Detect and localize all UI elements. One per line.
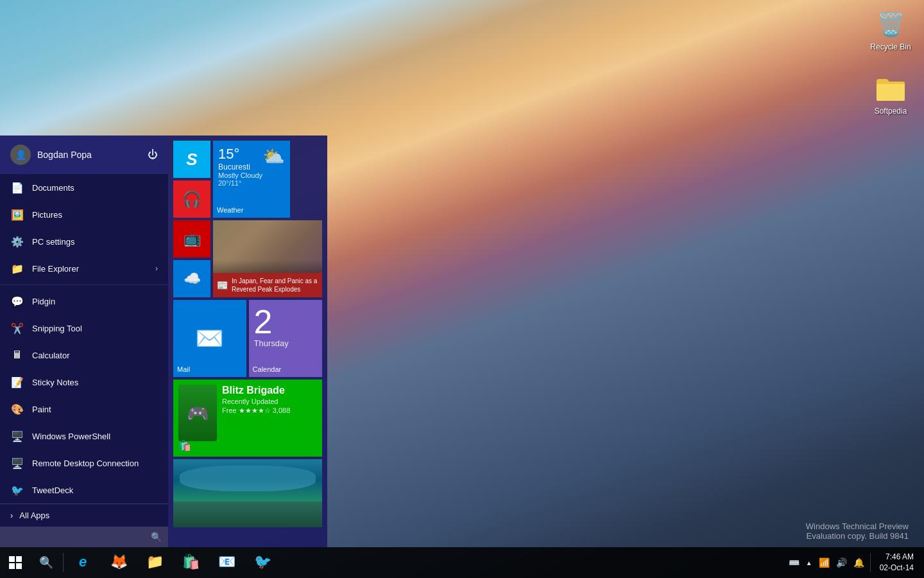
softpedia-icon[interactable]: Softpedia (866, 71, 915, 118)
search-input[interactable] (6, 532, 147, 542)
all-apps-arrow: › (10, 511, 13, 520)
tiles-row-2: 📺 ☁️ 📰 In Japan, Fear and Panic (173, 220, 322, 297)
search-bar[interactable]: 🔍 (0, 527, 168, 547)
menu-separator-1 (0, 285, 168, 285)
tile-skype[interactable]: S (173, 141, 210, 178)
expand-tray-icon[interactable]: ▲ (804, 559, 814, 566)
calculator-icon: 🖩 (10, 348, 24, 362)
menu-item-documents[interactable]: 📄 Documents (0, 174, 168, 201)
taskbar-search-button[interactable]: 🔍 (31, 547, 62, 578)
tile-onedrive[interactable]: ☁️ (173, 260, 210, 297)
powershell-icon: 🖥️ (10, 429, 24, 443)
menu-item-pc-settings[interactable]: ⚙️ PC settings (0, 228, 168, 255)
user-header[interactable]: 👤 Bogdan Popa ⏻ (0, 136, 168, 174)
desktop: 🗑️ Recycle Bin Softpedia Windows Technic… (0, 0, 924, 578)
all-apps-button[interactable]: › All Apps (0, 504, 168, 527)
ie-icon: e (79, 554, 87, 570)
calendar-label: Calendar (253, 365, 282, 373)
weather-temp: 15° (218, 146, 239, 162)
firefox-icon: 🦊 (110, 554, 128, 570)
snipping-tool-icon: ✂️ (10, 321, 24, 335)
file-explorer-label: File Explorer (32, 264, 79, 274)
taskbar-outlook[interactable]: 📧 (209, 547, 244, 578)
menu-item-pictures[interactable]: 🖼️ Pictures (0, 201, 168, 228)
tile-tv[interactable]: 📺 (173, 220, 210, 258)
tile-weather[interactable]: 15° Bucuresti Mostly Cloudy 20°/11° Weat… (213, 141, 290, 218)
store-icon: 🛍️ (178, 439, 191, 451)
menu-item-snipping-tool[interactable]: ✂️ Snipping Tool (0, 315, 168, 342)
taskbar-separator (63, 553, 64, 572)
weather-label: Weather (217, 206, 243, 214)
menu-item-sticky-notes[interactable]: 📝 Sticky Notes (0, 369, 168, 396)
start-button[interactable] (0, 547, 31, 578)
menu-item-calculator[interactable]: 🖩 Calculator (0, 342, 168, 369)
start-tiles: S 🎧 15° Bucuresti Mostly Cloudy 20°/11° … (168, 136, 327, 547)
volume-icon[interactable]: 🔊 (834, 557, 849, 568)
start-menu: 👤 Bogdan Popa ⏻ 📄 Documents 🖼️ Pictures … (0, 136, 327, 547)
remote-desktop-label: Remote Desktop Connection (32, 459, 139, 468)
system-tray: ⌨️ ▲ 📶 🔊 🔔 7:46 AM 02-Oct-14 (787, 547, 924, 578)
powershell-label: Windows PowerShell (32, 432, 110, 441)
tiles-row-5 (173, 459, 322, 527)
blitz-info: Blitz Brigade Recently Updated Free ★★★★… (222, 385, 317, 415)
news-headline: In Japan, Fear and Panic as a Revered Pe… (232, 277, 318, 293)
documents-label: Documents (32, 183, 74, 193)
start-menu-left: 👤 Bogdan Popa ⏻ 📄 Documents 🖼️ Pictures … (0, 136, 168, 547)
pictures-icon: 🖼️ (10, 207, 24, 222)
taskbar-twitter[interactable]: 🐦 (244, 547, 280, 578)
all-apps-label: All Apps (19, 511, 49, 520)
news-image (213, 220, 322, 273)
clock-date: 02-Oct-14 (880, 563, 914, 574)
tile-music[interactable]: 🎧 (173, 180, 210, 218)
power-button[interactable]: ⏻ (148, 149, 158, 161)
sticky-notes-label: Sticky Notes (32, 378, 78, 387)
menu-item-tweetdeck[interactable]: 🐦 TweetDeck (0, 477, 168, 504)
keyboard-icon[interactable]: ⌨️ (787, 557, 801, 568)
tray-separator (870, 553, 871, 572)
menu-item-file-explorer[interactable]: 📁 File Explorer › (0, 255, 168, 282)
build-label: Evaluation copy. Build 9841 (806, 531, 909, 541)
weather-city: Bucuresti (218, 162, 250, 171)
tiles-row-1: S 🎧 15° Bucuresti Mostly Cloudy 20°/11° … (173, 141, 322, 218)
network-icon[interactable]: 📶 (817, 557, 832, 568)
tile-calendar[interactable]: 2 Thursday Calendar (249, 300, 322, 377)
pidgin-label: Pidgin (32, 297, 55, 306)
menu-item-pidgin[interactable]: 💬 Pidgin (0, 288, 168, 315)
taskbar-ie[interactable]: e (65, 547, 101, 578)
taskbar-clock[interactable]: 7:46 AM 02-Oct-14 (875, 552, 919, 574)
pictures-label: Pictures (32, 210, 62, 220)
taskbar-apps: e 🦊 📁 🛍️ 📧 🐦 (65, 547, 787, 578)
recycle-bin-label: Recycle Bin (870, 42, 911, 51)
file-explorer-icon: 📁 (10, 261, 24, 276)
menu-item-paint[interactable]: 🎨 Paint (0, 396, 168, 423)
taskbar-file-explorer[interactable]: 📁 (137, 547, 173, 578)
tile-ocean-image[interactable] (173, 459, 322, 527)
news-icon: 📰 (217, 280, 228, 290)
weather-desc: Mostly Cloudy (218, 171, 262, 179)
os-name: Windows Technical Preview (806, 521, 909, 531)
search-icon: 🔍 (39, 556, 53, 570)
tile-blitz-brigade[interactable]: 🎮 Blitz Brigade Recently Updated Free ★★… (173, 380, 322, 457)
remote-desktop-icon: 🖥️ (10, 456, 24, 470)
recycle-bin-icon[interactable]: 🗑️ Recycle Bin (866, 6, 915, 54)
tiles-row-3: ✉️ Mail 2 Thursday Calendar (173, 300, 322, 377)
recycle-bin-image: 🗑️ (875, 9, 906, 40)
snipping-tool-label: Snipping Tool (32, 324, 82, 333)
store-taskbar-icon: 🛍️ (182, 554, 200, 570)
taskbar-store[interactable]: 🛍️ (173, 547, 209, 578)
taskbar-firefox[interactable]: 🦊 (101, 547, 137, 578)
menu-item-powershell[interactable]: 🖥️ Windows PowerShell (0, 423, 168, 450)
search-icon[interactable]: 🔍 (151, 532, 162, 542)
pidgin-icon: 💬 (10, 294, 24, 308)
tile-news[interactable]: 📰 In Japan, Fear and Panic as a Revered … (213, 220, 322, 297)
tile-mail[interactable]: ✉️ Mail (173, 300, 246, 377)
calendar-date: 2 (254, 305, 273, 338)
ocean-background (173, 459, 322, 527)
file-explorer-arrow: › (155, 264, 158, 273)
tweetdeck-label: TweetDeck (32, 486, 73, 495)
notification-icon[interactable]: 🔔 (851, 557, 866, 568)
mail-icon: ✉️ (195, 325, 224, 352)
menu-item-remote-desktop[interactable]: 🖥️ Remote Desktop Connection (0, 450, 168, 477)
calculator-label: Calculator (32, 351, 70, 360)
sticky-notes-icon: 📝 (10, 375, 24, 389)
